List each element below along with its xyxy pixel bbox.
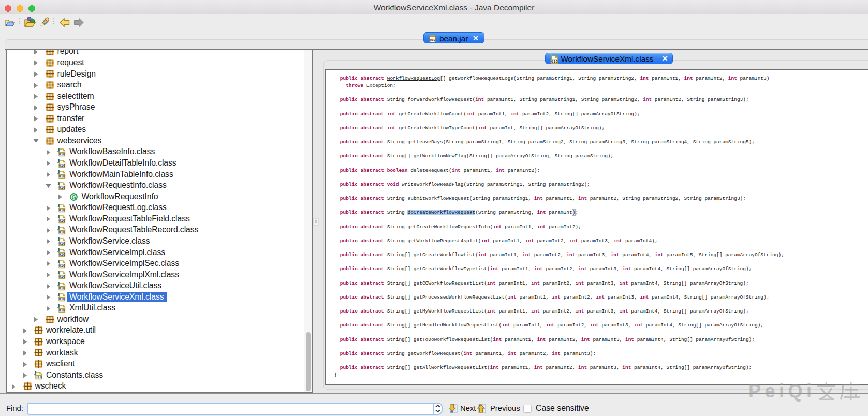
svg-text:010: 010 [59, 174, 66, 178]
svg-text:010: 010 [430, 37, 436, 41]
svg-text:010: 010 [59, 264, 66, 268]
svg-text:010: 010 [59, 230, 66, 234]
svg-text:010: 010 [59, 208, 66, 212]
svg-text:010: 010 [59, 252, 66, 256]
svg-text:010: 010 [59, 286, 66, 290]
svg-text:010: 010 [59, 186, 66, 189]
svg-text:010: 010 [59, 275, 66, 278]
svg-text:010: 010 [59, 164, 66, 167]
svg-text:010: 010 [59, 297, 66, 301]
svg-text:010: 010 [59, 308, 66, 312]
svg-text:010: 010 [36, 375, 42, 379]
svg-text:010: 010 [59, 242, 66, 245]
svg-text:010: 010 [59, 152, 66, 156]
svg-text:G: G [72, 194, 77, 200]
svg-text:010: 010 [551, 60, 558, 64]
svg-text:010: 010 [59, 219, 66, 223]
